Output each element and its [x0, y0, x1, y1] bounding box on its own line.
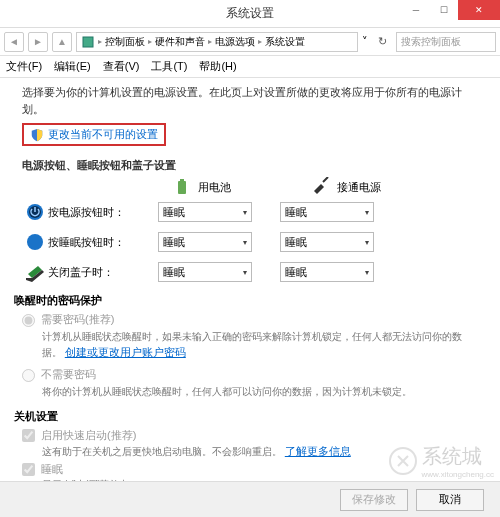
wake-section-title: 唤醒时的密码保护	[14, 293, 478, 308]
cancel-button[interactable]: 取消	[416, 489, 484, 511]
change-unavailable-link[interactable]: 更改当前不可用的设置	[48, 127, 158, 142]
sleep-battery-select[interactable]: 睡眠▾	[158, 232, 252, 252]
create-password-link[interactable]: 创建或更改用户账户密码	[65, 346, 186, 358]
chevron-down-icon: ▾	[365, 238, 369, 247]
svg-line-3	[323, 177, 328, 182]
minimize-button[interactable]: ─	[402, 0, 430, 20]
plug-icon	[311, 177, 331, 197]
fast-startup-row: 启用快速启动(推荐)	[22, 428, 478, 443]
close-button[interactable]: ✕	[458, 0, 500, 20]
refresh-button[interactable]: ↻	[372, 32, 392, 52]
back-button[interactable]: ◄	[4, 32, 24, 52]
buttons-section-title: 电源按钮、睡眠按钮和盖子设置	[22, 158, 478, 173]
window-controls: ─ ☐ ✕	[402, 0, 500, 20]
footer: 保存修改 取消	[0, 481, 500, 517]
no-password-radio	[22, 369, 35, 382]
no-password-desc: 将你的计算机从睡眠状态唤醒时，任何人都可以访问你的数据，因为计算机未锁定。	[42, 384, 478, 399]
maximize-button[interactable]: ☐	[430, 0, 458, 20]
content-area: 选择要为你的计算机设置的电源设置。在此页上对设置所做的更改将应用于你所有的电源计…	[0, 78, 500, 481]
moon-icon	[22, 231, 48, 253]
chevron-down-icon: ▾	[243, 208, 247, 217]
titlebar: 系统设置 ─ ☐ ✕	[0, 0, 500, 28]
column-headers: 用电池 接通电源	[172, 177, 478, 197]
bc-hardware[interactable]: 硬件和声音	[155, 35, 205, 49]
control-panel-icon	[81, 35, 95, 49]
sleep-row: 睡眠	[22, 462, 478, 477]
up-button[interactable]: ▲	[52, 32, 72, 52]
save-button: 保存修改	[340, 489, 408, 511]
lid-row: 关闭盖子时： 睡眠▾ 睡眠▾	[22, 261, 478, 283]
require-password-option: 需要密码(推荐)	[22, 312, 478, 327]
power-plugged-select[interactable]: 睡眠▾	[280, 202, 374, 222]
fast-startup-checkbox	[22, 429, 35, 442]
bc-control-panel[interactable]: 控制面板	[105, 35, 145, 49]
require-password-desc: 计算机从睡眠状态唤醒时，如果未输入正确的密码来解除计算机锁定，任何人都无法访问你…	[42, 329, 478, 361]
learn-more-link[interactable]: 了解更多信息	[285, 445, 351, 457]
shield-icon	[30, 128, 44, 142]
plugged-column: 接通电源	[311, 177, 381, 197]
battery-column: 用电池	[172, 177, 231, 197]
chevron-down-icon: ▾	[365, 208, 369, 217]
lid-plugged-select[interactable]: 睡眠▾	[280, 262, 374, 282]
battery-icon	[172, 177, 192, 197]
breadcrumb-chevron-icon[interactable]: ˅	[362, 35, 368, 48]
chevron-down-icon: ▾	[243, 268, 247, 277]
chevron-down-icon: ▾	[365, 268, 369, 277]
power-battery-select[interactable]: 睡眠▾	[158, 202, 252, 222]
menubar: 文件(F) 编辑(E) 查看(V) 工具(T) 帮助(H)	[0, 56, 500, 78]
lid-battery-select[interactable]: 睡眠▾	[158, 262, 252, 282]
svg-point-6	[27, 234, 43, 250]
require-password-radio	[22, 314, 35, 327]
laptop-icon	[22, 261, 48, 283]
shutdown-section-title: 关机设置	[14, 409, 478, 424]
power-button-row: 按电源按钮时： 睡眠▾ 睡眠▾	[22, 201, 478, 223]
address-bar: ◄ ► ▲ ▸ 控制面板 ▸ 硬件和声音 ▸ 电源选项 ▸ 系统设置 ˅ ↻ 搜…	[0, 28, 500, 56]
bc-system[interactable]: 系统设置	[265, 35, 305, 49]
search-input[interactable]: 搜索控制面板	[396, 32, 496, 52]
svg-rect-1	[178, 181, 186, 194]
no-password-option: 不需要密码	[22, 367, 478, 382]
menu-help[interactable]: 帮助(H)	[199, 59, 236, 74]
sleep-button-row: 按睡眠按钮时： 睡眠▾ 睡眠▾	[22, 231, 478, 253]
change-unavailable-box: 更改当前不可用的设置	[22, 123, 166, 146]
intro-text: 选择要为你的计算机设置的电源设置。在此页上对设置所做的更改将应用于你所有的电源计…	[22, 84, 478, 117]
breadcrumb[interactable]: ▸ 控制面板 ▸ 硬件和声音 ▸ 电源选项 ▸ 系统设置	[76, 32, 358, 52]
fast-startup-desc: 这有助于在关机之后更快地启动电脑。不会影响重启。 了解更多信息	[42, 444, 478, 459]
menu-file[interactable]: 文件(F)	[6, 59, 42, 74]
menu-tools[interactable]: 工具(T)	[151, 59, 187, 74]
svg-rect-0	[83, 37, 93, 47]
sleep-checkbox	[22, 463, 35, 476]
menu-view[interactable]: 查看(V)	[103, 59, 140, 74]
svg-rect-2	[180, 179, 184, 181]
sleep-plugged-select[interactable]: 睡眠▾	[280, 232, 374, 252]
chevron-down-icon: ▾	[243, 238, 247, 247]
power-icon	[22, 201, 48, 223]
bc-power[interactable]: 电源选项	[215, 35, 255, 49]
forward-button[interactable]: ►	[28, 32, 48, 52]
menu-edit[interactable]: 编辑(E)	[54, 59, 91, 74]
